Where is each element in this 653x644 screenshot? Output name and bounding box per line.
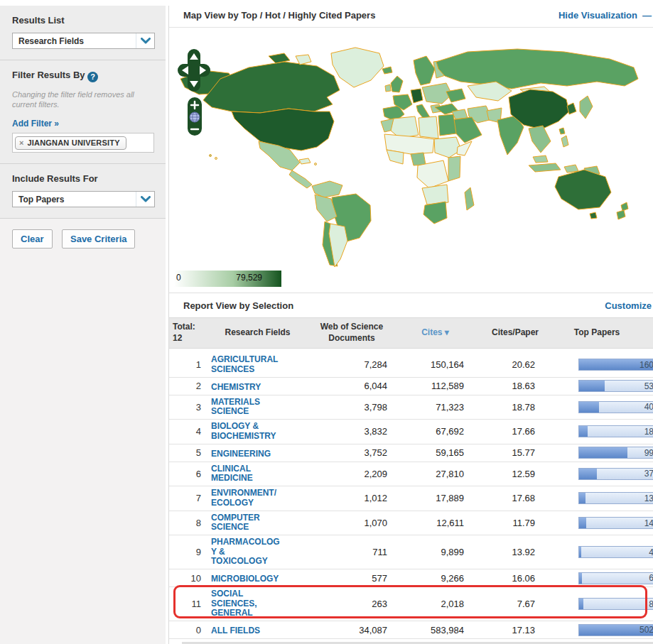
top-papers-bar: 4	[578, 546, 653, 558]
legend-max-value: 79,529	[236, 273, 262, 283]
main-content: Map View by Top / Hot / Highly Cited Pap…	[169, 0, 653, 644]
research-fields-header: Research Fields	[210, 327, 306, 339]
cites-value: 9,266	[398, 573, 473, 584]
customize-link[interactable]: Customize	[605, 300, 652, 311]
research-field-link[interactable]: MICROBIOLOGY	[210, 574, 279, 584]
research-field-link[interactable]: ENVIRONMENT/ ECOLOGY	[210, 489, 276, 508]
top-papers-bar-fill	[579, 426, 588, 437]
filter-tag[interactable]: × JIANGNAN UNIVERSITY	[15, 136, 126, 150]
research-field-link[interactable]: CLINICAL MEDICINE	[210, 464, 253, 484]
research-field-link[interactable]: MATERIALS SCIENCE	[210, 398, 260, 417]
wos-documents-value: 263	[306, 599, 398, 609]
research-field-link[interactable]: PHARMACOLOG Y & TOXICOLOGY	[210, 537, 280, 567]
top-papers-bar: 8	[578, 598, 653, 610]
top-papers-bar-fill	[579, 381, 605, 391]
wos-documents-value: 711	[306, 547, 398, 557]
country-russia	[436, 49, 638, 89]
top-papers-bar: 37	[578, 468, 653, 480]
table-header-row: Total: 12 Research Fields Web of Science…	[169, 317, 653, 349]
world-map[interactable]	[169, 31, 653, 271]
cites-per-paper-value: 11.79	[473, 518, 558, 528]
globe-icon	[190, 112, 200, 122]
table-row: 3 MATERIALS SCIENCE 3,798 71,323 18.78 4…	[169, 395, 653, 420]
table-row: 10 MICROBIOLOGY 577 9,266 16.06 6	[169, 569, 653, 587]
cites-per-paper-header: Cites/Paper	[473, 327, 558, 339]
row-rank: 10	[169, 573, 210, 584]
top-papers-value: 53	[644, 381, 653, 391]
top-papers-bar-fill	[579, 573, 582, 584]
world-map-svg	[169, 31, 653, 271]
map-view-header: Map View by Top / Hot / Highly Cited Pap…	[169, 0, 653, 28]
save-criteria-button[interactable]: Save Criteria	[62, 229, 136, 249]
results-list-dropdown[interactable]: Research Fields	[12, 33, 155, 49]
country-japan	[580, 96, 593, 119]
table-row: 2 CHEMISTRY 6,044 112,589 18.63 53	[169, 378, 653, 395]
top-papers-bar-fill	[579, 447, 627, 458]
top-papers-bar: 502	[578, 624, 653, 636]
top-papers-bar: 6	[578, 572, 653, 584]
top-papers-bar: 53	[578, 380, 653, 392]
country-new-zealand	[621, 202, 628, 211]
include-results-dropdown[interactable]: Top Papers	[12, 191, 155, 207]
research-field-link[interactable]: ENGINEERING	[210, 449, 271, 459]
map-zoom-control[interactable]	[188, 97, 202, 136]
table-row: 6 CLINICAL MEDICINE 2,209 27,810 12.59 3…	[169, 462, 653, 487]
row-rank: 8	[169, 518, 210, 528]
research-field-link[interactable]: BIOLOGY & BIOCHEMISTRY	[210, 422, 276, 441]
results-list-heading: Results List	[12, 15, 154, 26]
cites-value: 150,164	[398, 359, 473, 370]
top-papers-value: 40	[644, 402, 653, 412]
research-field-link[interactable]: AGRICULTURAL SCIENCES	[210, 355, 278, 374]
row-rank: 7	[169, 493, 210, 503]
cites-sort-header[interactable]: Cites ▾	[398, 327, 473, 339]
top-papers-value: 4	[649, 547, 653, 557]
chevron-down-icon	[136, 192, 154, 207]
country-greenland	[331, 48, 384, 87]
cites-per-paper-value: 7.67	[473, 599, 558, 609]
top-papers-value: 18	[644, 427, 653, 437]
research-field-link[interactable]: CHEMISTRY	[210, 383, 261, 393]
report-header: Report View by Selection Customize	[169, 293, 653, 317]
top-papers-value: 13	[644, 493, 653, 503]
map-legend: 0 79,529	[174, 271, 281, 287]
research-field-link[interactable]: SOCIAL SCIENCES, GENERAL	[210, 589, 257, 618]
sort-desc-icon: ▾	[445, 327, 449, 337]
table-row: 5 ENGINEERING 3,752 59,165 15.77 99	[169, 444, 653, 462]
include-results-heading: Include Results For	[12, 173, 154, 184]
cites-per-paper-value: 15.77	[473, 447, 558, 458]
add-filter-link[interactable]: Add Filter »	[12, 119, 59, 129]
minus-icon: —	[642, 10, 652, 21]
cites-per-paper-value: 17.68	[473, 493, 558, 503]
report-view-title: Report View by Selection	[183, 300, 293, 311]
table-row: 0 ALL FIELDS 34,087 583,984 17.13 502	[169, 621, 653, 639]
hide-visualization-link[interactable]: Hide Visualization —	[558, 10, 652, 21]
cites-value: 583,984	[398, 625, 473, 635]
results-list-section: Results List Research Fields	[0, 6, 166, 60]
top-papers-bar-fill	[579, 493, 585, 503]
cites-value: 112,589	[398, 381, 473, 391]
research-field-link[interactable]: ALL FIELDS	[210, 626, 260, 636]
filter-input-area[interactable]: × JIANGNAN UNIVERSITY	[12, 133, 154, 153]
top-papers-bar: 40	[578, 401, 653, 413]
top-papers-header: Top Papers	[558, 327, 653, 339]
country-germany	[411, 89, 423, 103]
cites-per-paper-value: 13.92	[473, 547, 558, 557]
research-field-link[interactable]: COMPUTER SCIENCE	[210, 513, 260, 533]
row-rank: 0	[169, 625, 210, 635]
help-icon[interactable]: ?	[87, 72, 98, 82]
top-papers-bar: 14	[578, 517, 653, 529]
legend-min-value: 0	[176, 273, 181, 283]
table-row: 7 ENVIRONMENT/ ECOLOGY 1,012 17,889 17.6…	[169, 486, 653, 511]
wos-documents-value: 7,284	[306, 359, 398, 370]
table-row: 11 SOCIAL SCIENCES, GENERAL 263 2,018 7.…	[169, 587, 653, 621]
top-papers-bar-fill	[579, 599, 583, 609]
top-papers-bar-fill	[579, 469, 597, 479]
clear-button[interactable]: Clear	[12, 229, 53, 249]
country-uk	[391, 76, 403, 92]
top-papers-bar: 160	[578, 359, 653, 371]
top-papers-bar-fill	[579, 547, 581, 557]
cites-value: 27,810	[398, 469, 473, 479]
cites-per-paper-value: 12.59	[473, 469, 558, 479]
remove-filter-icon[interactable]: ×	[19, 138, 23, 147]
cites-per-paper-value: 16.06	[473, 573, 558, 584]
